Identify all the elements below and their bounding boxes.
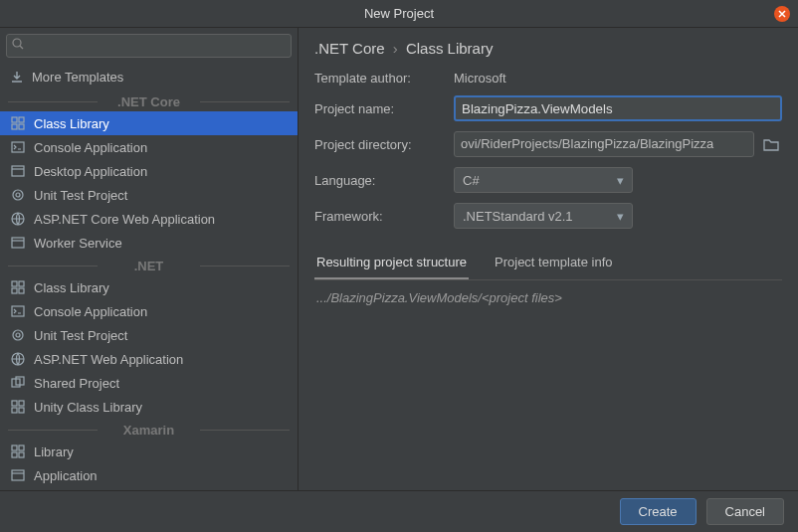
sidebar-item-classlib2[interactable]: Class Library	[0, 275, 298, 299]
author-value: Microsoft	[454, 71, 782, 86]
svg-rect-11	[12, 281, 17, 286]
search-icon	[12, 38, 24, 50]
sidebar-item-label: Library	[34, 444, 74, 459]
window-title: New Project	[364, 6, 434, 21]
svg-rect-24	[19, 408, 24, 413]
svg-rect-5	[12, 142, 24, 152]
create-button[interactable]: Create	[620, 498, 697, 525]
share-icon	[10, 375, 26, 391]
grid-icon	[10, 279, 26, 295]
more-templates-link[interactable]: More Templates	[0, 64, 298, 90]
sidebar-item-label: Desktop Application	[34, 164, 147, 179]
svg-rect-1	[12, 117, 17, 122]
sidebar-item-label: Shared Project	[34, 376, 119, 391]
svg-rect-23	[12, 408, 17, 413]
close-icon[interactable]	[774, 6, 790, 22]
window-icon	[10, 235, 26, 251]
sidebar-item-unit[interactable]: Unit Test Project	[0, 183, 298, 207]
svg-rect-25	[12, 445, 17, 450]
language-label: Language:	[314, 173, 454, 188]
download-icon	[10, 71, 24, 85]
folder-icon[interactable]	[760, 133, 782, 155]
tab-resulting-structure[interactable]: Resulting project structure	[314, 247, 469, 279]
svg-rect-14	[19, 288, 24, 293]
sidebar-item-aspnet2[interactable]: ASP.NET Web Application	[0, 347, 298, 371]
sidebar-item-label: ASP.NET Web Application	[34, 352, 183, 367]
grid-icon	[10, 443, 26, 459]
more-templates-label: More Templates	[32, 70, 123, 85]
sidebar-item-unity[interactable]: Unity Class Library	[0, 395, 298, 419]
svg-rect-13	[12, 288, 17, 293]
svg-rect-2	[19, 117, 24, 122]
svg-rect-22	[19, 401, 24, 406]
sidebar-item-aspnet[interactable]: ASP.NET Core Web Application	[0, 207, 298, 231]
sidebar-item-label: ASP.NET Core Web Application	[34, 212, 215, 227]
chevron-right-icon: ›	[393, 40, 398, 57]
svg-rect-4	[19, 124, 24, 129]
project-name-label: Project name:	[314, 101, 454, 116]
chevron-down-icon: ▾	[617, 173, 624, 188]
search-input[interactable]	[6, 34, 292, 58]
svg-point-8	[16, 193, 20, 197]
svg-rect-29	[12, 470, 24, 480]
svg-rect-28	[19, 452, 24, 457]
sidebar-item-worker[interactable]: Worker Service	[0, 231, 298, 255]
svg-rect-27	[12, 452, 17, 457]
svg-rect-21	[12, 401, 17, 406]
svg-rect-15	[12, 306, 24, 316]
sidebar-item-label: Worker Service	[34, 236, 122, 251]
svg-point-7	[13, 190, 23, 200]
sidebar-item-desktop[interactable]: Desktop Application	[0, 159, 298, 183]
breadcrumb: .NET Core › Class Library	[314, 40, 782, 57]
sidebar-item-xunit[interactable]: Unit Test Project	[0, 487, 298, 490]
sidebar-item-label: Console Application	[34, 304, 147, 319]
svg-rect-10	[12, 238, 24, 248]
framework-select[interactable]: .NETStandard v2.1 ▾	[454, 203, 633, 229]
sidebar-item-shared[interactable]: Shared Project	[0, 371, 298, 395]
section-header: .NET	[0, 255, 298, 275]
svg-point-16	[13, 330, 23, 340]
sidebar-item-xlib[interactable]: Library	[0, 440, 298, 463]
tab-template-info[interactable]: Project template info	[493, 247, 615, 279]
target-icon	[10, 187, 26, 203]
chevron-down-icon: ▾	[617, 209, 624, 224]
sidebar-item-classlib[interactable]: Class Library	[0, 111, 298, 135]
sidebar-item-label: Console Application	[34, 140, 147, 155]
globe-icon	[10, 211, 26, 227]
svg-rect-3	[12, 124, 17, 129]
section-header: .NET Core	[0, 90, 298, 111]
project-dir-input[interactable]: ovi/RiderProjects/BlazingPizza/BlazingPi…	[454, 131, 754, 157]
breadcrumb-root: .NET Core	[314, 40, 385, 57]
grid-icon	[10, 115, 26, 131]
author-label: Template author:	[314, 71, 454, 86]
sidebar-item-label: Class Library	[34, 116, 109, 131]
sidebar-item-label: Unity Class Library	[34, 400, 142, 415]
section-header: Xamarin	[0, 419, 298, 440]
sidebar-item-xapp[interactable]: Application	[0, 463, 298, 487]
sidebar-item-label: Class Library	[34, 280, 109, 295]
framework-label: Framework:	[314, 209, 454, 224]
svg-rect-26	[19, 445, 24, 450]
project-name-input[interactable]	[454, 95, 782, 121]
sidebar-item-unit2[interactable]: Unit Test Project	[0, 323, 298, 347]
grid-icon	[10, 399, 26, 415]
sidebar-item-label: Unit Test Project	[34, 188, 127, 203]
cancel-button[interactable]: Cancel	[706, 498, 784, 525]
svg-point-0	[13, 39, 21, 47]
project-dir-label: Project directory:	[314, 137, 454, 152]
sidebar-item-label: Unit Test Project	[34, 328, 127, 343]
language-select[interactable]: C# ▾	[454, 167, 633, 193]
template-sidebar: More Templates .NET CoreClass LibraryCon…	[0, 28, 299, 490]
result-structure-text: .../BlazingPizza.ViewModels/<project fil…	[314, 280, 782, 490]
svg-rect-12	[19, 281, 24, 286]
globe-icon	[10, 351, 26, 367]
sidebar-item-console2[interactable]: Console Application	[0, 299, 298, 323]
breadcrumb-leaf: Class Library	[406, 40, 494, 57]
terminal-icon	[10, 303, 26, 319]
framework-value: .NETStandard v2.1	[463, 209, 573, 224]
svg-rect-6	[12, 166, 24, 176]
sidebar-item-console[interactable]: Console Application	[0, 135, 298, 159]
window-icon	[10, 467, 26, 483]
terminal-icon	[10, 139, 26, 155]
sidebar-item-label: Application	[34, 468, 98, 483]
